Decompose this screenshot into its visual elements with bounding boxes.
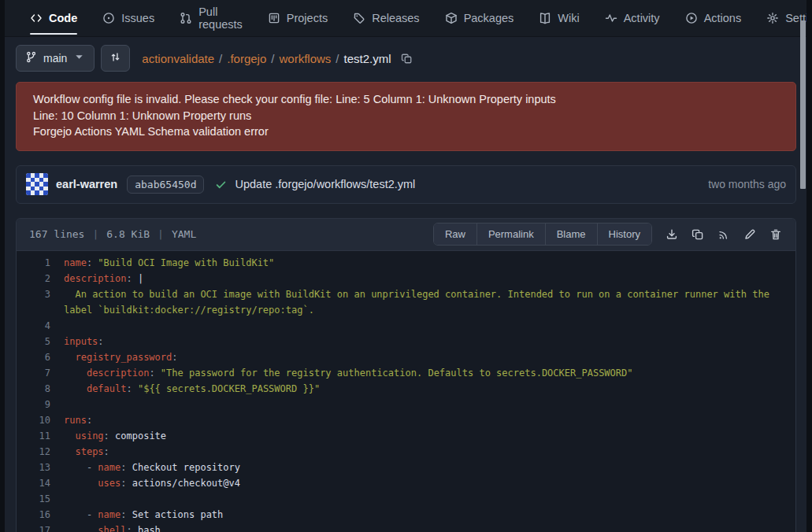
commit-author[interactable]: earl-warren bbox=[56, 178, 117, 190]
git-branch-icon bbox=[25, 51, 37, 65]
line-number[interactable]: 1 bbox=[17, 255, 64, 271]
breadcrumb: actionvalidate/.forgejo/workflows/test2.… bbox=[142, 52, 412, 65]
token: "${{ secrets.DOCKER_PASSWORD }}" bbox=[138, 383, 320, 394]
tab-label: Issues bbox=[121, 12, 154, 24]
line-number[interactable]: 7 bbox=[17, 365, 64, 381]
package-icon bbox=[445, 12, 458, 24]
breadcrumb-separator: / bbox=[219, 52, 222, 65]
commit-status-check-icon[interactable] bbox=[215, 179, 227, 190]
line-number[interactable]: 4 bbox=[17, 318, 64, 334]
code-line: 10runs: bbox=[17, 412, 795, 428]
token: description bbox=[87, 368, 149, 379]
token: | bbox=[138, 273, 143, 284]
line-content: description: "The password for the regis… bbox=[64, 365, 795, 381]
line-content: name: "Build OCI Image with BuildKit" bbox=[64, 255, 795, 271]
line-number[interactable]: 6 bbox=[17, 349, 64, 365]
token: composite bbox=[115, 430, 166, 441]
line-number[interactable]: 15 bbox=[17, 491, 64, 507]
scrollbar-track[interactable] bbox=[806, 0, 812, 532]
token bbox=[64, 462, 87, 473]
tab-label: Releases bbox=[372, 12, 419, 24]
token bbox=[64, 446, 75, 457]
breadcrumb-link[interactable]: .forgejo bbox=[227, 52, 266, 65]
token: name bbox=[64, 257, 87, 268]
copy-path-icon[interactable] bbox=[401, 53, 413, 65]
permalink-button[interactable]: Permalink bbox=[476, 224, 545, 245]
line-number[interactable]: 10 bbox=[17, 412, 64, 428]
branch-selector[interactable]: main bbox=[16, 45, 95, 72]
code-line: 5inputs: bbox=[17, 334, 795, 349]
blame-button[interactable]: Blame bbox=[545, 224, 597, 245]
token: name bbox=[98, 509, 121, 520]
token: : bbox=[104, 430, 115, 441]
code-line: 6 registry_password: bbox=[17, 349, 795, 365]
code-icon bbox=[30, 12, 43, 24]
tab-pull-requests[interactable]: Pull requests bbox=[180, 0, 243, 36]
line-number[interactable]: 2 bbox=[17, 271, 64, 286]
compare-icon bbox=[109, 51, 121, 65]
token: registry_password bbox=[75, 352, 172, 363]
tab-wiki[interactable]: Wiki bbox=[539, 0, 579, 36]
breadcrumb-link[interactable]: actionvalidate bbox=[142, 52, 214, 65]
token: : bbox=[121, 462, 132, 473]
breadcrumb-link[interactable]: workflows bbox=[279, 52, 331, 65]
rss-icon[interactable] bbox=[712, 223, 736, 246]
line-number[interactable]: 5 bbox=[17, 334, 64, 349]
token: - bbox=[87, 462, 98, 473]
token: actions/checkout@v4 bbox=[132, 478, 240, 489]
line-content bbox=[64, 318, 795, 334]
commit-hash-badge[interactable]: abab65450d bbox=[127, 175, 204, 194]
token bbox=[64, 289, 75, 300]
delete-icon[interactable] bbox=[764, 223, 788, 246]
line-number[interactable]: 13 bbox=[17, 460, 64, 475]
line-number[interactable]: 14 bbox=[17, 475, 64, 491]
line-content: runs: bbox=[64, 412, 795, 428]
line-number[interactable]: 17 bbox=[17, 523, 64, 532]
window-left-edge bbox=[0, 0, 5, 532]
line-number[interactable]: 8 bbox=[17, 381, 64, 397]
file-viewer: 167 lines | 6.8 KiB | YAML RawPermalinkB… bbox=[16, 218, 796, 532]
line-number[interactable]: 9 bbox=[17, 397, 64, 412]
line-number[interactable]: 16 bbox=[17, 507, 64, 523]
token: Set actions path bbox=[132, 509, 224, 520]
tab-projects[interactable]: Projects bbox=[268, 0, 328, 36]
token: inputs bbox=[64, 336, 98, 347]
file-line-count: 167 lines bbox=[29, 228, 84, 240]
code-line: 16 - name: Set actions path bbox=[17, 507, 795, 523]
token: : bbox=[121, 478, 132, 489]
token: shell bbox=[98, 525, 126, 532]
tab-issues[interactable]: Issues bbox=[102, 0, 154, 36]
token: : bbox=[126, 383, 137, 394]
download-icon[interactable] bbox=[660, 223, 684, 246]
token: : bbox=[149, 368, 160, 379]
line-number[interactable]: 12 bbox=[17, 444, 64, 460]
line-content: inputs: bbox=[64, 334, 795, 349]
raw-button[interactable]: Raw bbox=[434, 224, 476, 245]
tab-releases[interactable]: Releases bbox=[353, 0, 419, 36]
avatar[interactable] bbox=[26, 173, 48, 195]
tab-actions[interactable]: Actions bbox=[685, 0, 742, 36]
code-line: 3 An action to build an OCI image with B… bbox=[17, 286, 795, 318]
line-number[interactable]: 11 bbox=[17, 428, 64, 444]
book-icon bbox=[539, 12, 551, 24]
token bbox=[64, 478, 98, 489]
line-content: default: "${{ secrets.DOCKER_PASSWORD }}… bbox=[64, 381, 795, 397]
token: "Build OCI Image with BuildKit" bbox=[98, 257, 274, 268]
token: bash bbox=[138, 525, 161, 532]
copy-icon[interactable] bbox=[686, 223, 710, 246]
edit-icon[interactable] bbox=[738, 223, 762, 246]
code-line: 7 description: "The password for the reg… bbox=[17, 365, 795, 381]
line-number[interactable]: 3 bbox=[17, 286, 64, 318]
token: An action to build an OCI image with Bui… bbox=[64, 289, 775, 316]
breadcrumb-separator: / bbox=[336, 52, 339, 65]
scrollbar-thumb[interactable] bbox=[800, 20, 806, 189]
tag-icon bbox=[353, 12, 365, 24]
tab-packages[interactable]: Packages bbox=[445, 0, 514, 36]
tab-code[interactable]: Code bbox=[30, 0, 77, 36]
tab-activity[interactable]: Activity bbox=[605, 0, 660, 36]
commit-message[interactable]: Update .forgejo/workflows/test2.yml bbox=[235, 178, 415, 190]
divider: | bbox=[158, 228, 164, 240]
compare-button[interactable] bbox=[101, 45, 130, 72]
token: : bbox=[87, 257, 98, 268]
history-button[interactable]: History bbox=[597, 224, 651, 245]
